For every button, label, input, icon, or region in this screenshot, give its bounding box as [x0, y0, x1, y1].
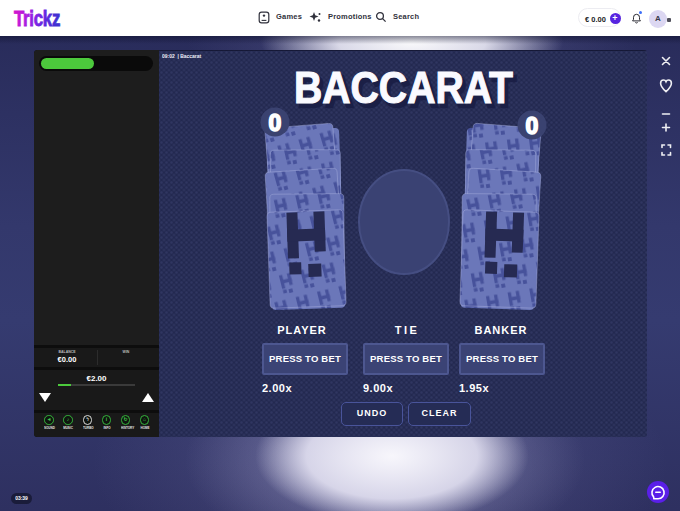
- svg-text:0: 0: [526, 113, 539, 139]
- svg-text:BACCARAT: BACCARAT: [294, 63, 513, 113]
- svg-text:Trickz: Trickz: [14, 7, 60, 30]
- svg-text:0: 0: [269, 110, 282, 136]
